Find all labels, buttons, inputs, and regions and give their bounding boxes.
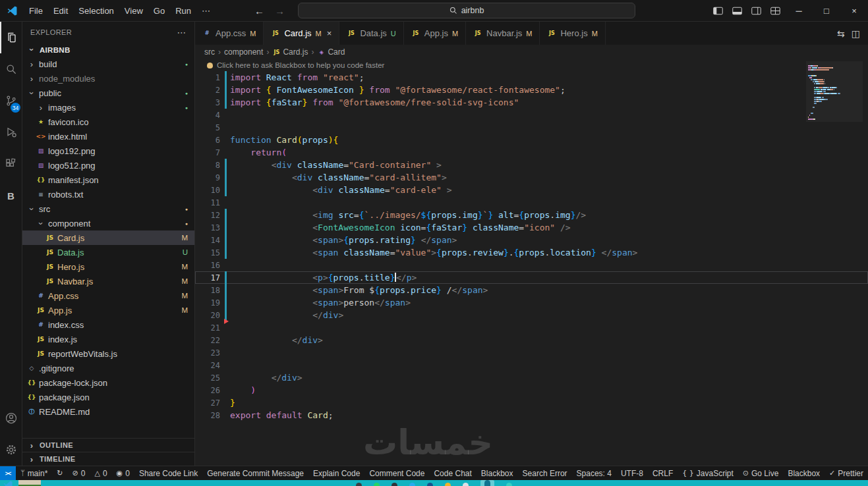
status-generate-commit-message[interactable]: Generate Commit Message bbox=[202, 466, 308, 480]
tree-item-reportwebvitals-js[interactable]: JSreportWebVitals.js bbox=[22, 346, 194, 361]
tab-app-js[interactable]: JSApp.jsM bbox=[404, 22, 466, 45]
tree-item-hero-js[interactable]: JSHero.jsM bbox=[22, 259, 194, 274]
code-line-9[interactable]: 9 <div className="card-allitem"> bbox=[195, 171, 868, 184]
split-editor-icon[interactable]: ◫ bbox=[852, 28, 860, 39]
activity-blackbox-icon[interactable]: B bbox=[0, 180, 22, 211]
minimap[interactable] bbox=[806, 61, 863, 122]
code-line-26[interactable]: 26 ) bbox=[195, 384, 868, 396]
taskbar-app-icon[interactable] bbox=[391, 483, 397, 486]
status-language-mode[interactable]: { }JavaScript bbox=[678, 466, 738, 480]
code-line-23[interactable]: 23 bbox=[195, 346, 868, 359]
taskbar-app-icon[interactable] bbox=[445, 483, 451, 486]
code-line-16[interactable]: 16 bbox=[195, 259, 868, 271]
tree-item-build[interactable]: ›build● bbox=[22, 57, 194, 71]
tree-item-favicon-ico[interactable]: ★favicon.ico bbox=[22, 115, 194, 129]
taskbar-app-icon[interactable] bbox=[484, 480, 490, 486]
remote-indicator[interactable]: >< bbox=[0, 466, 16, 480]
tab-hero-js[interactable]: JSHero.jsM bbox=[540, 22, 605, 45]
menu-edit[interactable]: Edit bbox=[48, 5, 73, 17]
minimize-button[interactable]: ─ bbox=[785, 0, 813, 22]
menu-view[interactable]: View bbox=[119, 5, 148, 17]
tab-navbar-js[interactable]: JSNavbar.jsM bbox=[466, 22, 540, 45]
status-search-error[interactable]: Search Error bbox=[518, 466, 572, 480]
tree-item-card-js[interactable]: JSCard.jsM bbox=[22, 230, 194, 245]
menu-go[interactable]: Go bbox=[148, 5, 170, 17]
status-encoding[interactable]: UTF-8 bbox=[616, 466, 648, 480]
code-line-22[interactable]: 22 </div> bbox=[195, 334, 868, 346]
code-line-14[interactable]: 14 <span>{props.rating} </span> bbox=[195, 234, 868, 246]
code-line-24[interactable]: 24 bbox=[195, 359, 868, 371]
command-center-search[interactable]: airbnb bbox=[298, 3, 635, 18]
tab-app-css[interactable]: #App.cssM bbox=[195, 22, 264, 45]
breadcrumb-item-card[interactable]: ◈Card bbox=[317, 47, 345, 57]
activity-explorer-icon[interactable] bbox=[0, 22, 22, 53]
toggle-panel-icon[interactable] bbox=[728, 0, 747, 22]
tree-item-package-json[interactable]: {}package.json bbox=[22, 390, 194, 404]
tab-data-js[interactable]: JSData.jsU bbox=[339, 22, 403, 45]
code-line-6[interactable]: 6function Card(props){ bbox=[195, 134, 868, 146]
tree-item-index-css[interactable]: #index.css bbox=[22, 317, 194, 332]
taskbar-app-icon[interactable] bbox=[409, 483, 415, 486]
close-button[interactable]: × bbox=[840, 0, 868, 22]
status-errors[interactable]: ⊘0 bbox=[68, 466, 90, 480]
tree-item-logo512-png[interactable]: ▨logo512.png bbox=[22, 158, 194, 173]
tree-item-manifest-json[interactable]: {}manifest.json bbox=[22, 173, 194, 187]
status-broadcast-count[interactable]: ◉0 bbox=[112, 466, 134, 480]
editor-code-area[interactable]: Click here to ask Blackbox to help you c… bbox=[195, 59, 868, 466]
tree-item-app-css[interactable]: #App.cssM bbox=[22, 288, 194, 303]
taskbar-active-slot[interactable] bbox=[480, 480, 494, 486]
tree-item-component[interactable]: ›component● bbox=[22, 216, 194, 230]
tree-item-data-js[interactable]: JSData.jsU bbox=[22, 245, 194, 259]
code-line-13[interactable]: 13 <FontAwesomeIcon icon={faStar} classN… bbox=[195, 221, 868, 234]
tree-item-gitignore[interactable]: ◇.gitignore bbox=[22, 361, 194, 375]
settings-gear-icon[interactable] bbox=[0, 434, 22, 466]
toggle-secondary-sidebar-icon[interactable] bbox=[747, 0, 766, 22]
status-explain-code[interactable]: Explain Code bbox=[308, 466, 364, 480]
activity-extensions-icon[interactable] bbox=[0, 148, 22, 180]
taskbar-app-icon[interactable] bbox=[427, 483, 433, 486]
tree-item-readme-md[interactable]: ⓘREADME.md bbox=[22, 404, 194, 419]
breadcrumb-item-component[interactable]: component bbox=[224, 47, 263, 57]
status-git-branch[interactable]: ᛘmain* bbox=[16, 466, 52, 480]
close-icon[interactable]: × bbox=[327, 28, 332, 38]
code-line-19[interactable]: 19 <span>person</span> bbox=[195, 296, 868, 309]
taskbar-app-icon[interactable] bbox=[463, 483, 469, 486]
explorer-more-actions-icon[interactable]: ⋯ bbox=[177, 27, 187, 38]
status-go-live[interactable]: ⊙Go Live bbox=[738, 466, 784, 480]
account-icon[interactable] bbox=[0, 402, 22, 434]
menu-more-icon[interactable]: ⋯ bbox=[196, 5, 216, 17]
tree-item-public[interactable]: ›public● bbox=[22, 86, 194, 100]
code-line-15[interactable]: 15 <span className="value">{props.review… bbox=[195, 246, 868, 259]
code-line-7[interactable]: 7 return( bbox=[195, 146, 868, 159]
code-line-4[interactable]: 4 bbox=[195, 109, 868, 121]
tree-item-navbar-js[interactable]: JSNavbar.jsM bbox=[22, 274, 194, 288]
open-changes-icon[interactable]: ⇆ bbox=[837, 28, 845, 39]
code-line-27[interactable]: 27} bbox=[195, 396, 868, 409]
tab-card-js[interactable]: JSCard.jsM× bbox=[264, 22, 339, 45]
tree-item-robots-txt[interactable]: ≡robots.txt bbox=[22, 187, 194, 202]
blackbox-hint[interactable]: Click here to ask Blackbox to help you c… bbox=[195, 59, 868, 71]
tree-item-index-js[interactable]: JSindex.js bbox=[22, 332, 194, 346]
menu-selection[interactable]: Selection bbox=[73, 5, 119, 17]
activity-search-icon[interactable] bbox=[0, 53, 22, 85]
menu-run[interactable]: Run bbox=[170, 5, 196, 17]
section-timeline[interactable]: ›TIMELINE bbox=[22, 452, 194, 466]
code-line-11[interactable]: 11 bbox=[195, 196, 868, 209]
tree-item-images[interactable]: ›images● bbox=[22, 100, 194, 115]
code-line-8[interactable]: 8 <div className="Card-container" > bbox=[195, 159, 868, 171]
status-code-chat[interactable]: Code Chat bbox=[429, 466, 476, 480]
taskbar-app-icon[interactable] bbox=[506, 483, 512, 486]
code-line-28[interactable]: 28export default Card; bbox=[195, 409, 868, 421]
customize-layout-icon[interactable] bbox=[766, 0, 785, 22]
taskbar-vscode-icon[interactable] bbox=[3, 480, 14, 486]
section-outline[interactable]: ›OUTLINE bbox=[22, 438, 194, 452]
status-prettier[interactable]: ✓Prettier bbox=[825, 466, 868, 480]
code-line-25[interactable]: 25 </div> bbox=[195, 371, 868, 384]
code-line-21[interactable]: 21 bbox=[195, 321, 868, 334]
status-warnings[interactable]: △0 bbox=[90, 466, 111, 480]
nav-forward-icon[interactable]: → bbox=[275, 5, 285, 16]
tree-item-node-modules[interactable]: ›node_modules bbox=[22, 71, 194, 86]
taskbar-app-icon[interactable] bbox=[374, 483, 380, 486]
tree-item-logo192-png[interactable]: ▨logo192.png bbox=[22, 144, 194, 158]
taskbar-thumbnail[interactable] bbox=[18, 480, 41, 486]
